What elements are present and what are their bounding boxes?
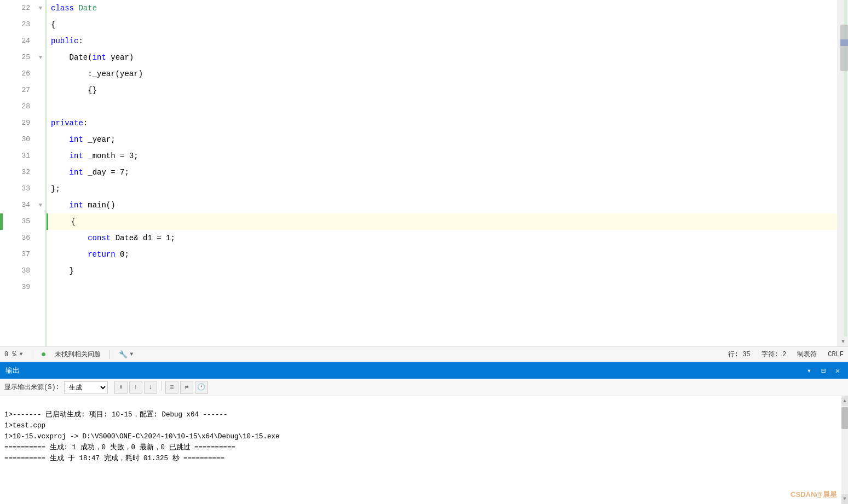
output-scroll-down[interactable]: ▼ (841, 494, 848, 504)
code-segment: main() (83, 197, 116, 213)
collapse-22[interactable]: ▼ (36, 0, 45, 16)
output-content[interactable]: 1>------- 已启动生成: 项目: 10-15，配置: Debug x64… (0, 396, 841, 504)
status-no-problems[interactable]: 未找到相关问题 (55, 350, 101, 359)
line-number-29: 29 (3, 115, 30, 131)
output-undock-btn[interactable]: ⊟ (818, 366, 828, 375)
code-segment: int (70, 164, 83, 181)
code-line-24[interactable]: public: (47, 33, 837, 49)
output-panel-header: 输出 ▾ ⊟ ✕ (0, 362, 848, 379)
line-number-23: 23 (3, 16, 30, 33)
output-close-btn[interactable]: ✕ (833, 366, 843, 375)
line-number-25: 25 (3, 49, 30, 66)
code-line-33[interactable]: }; (47, 181, 837, 197)
code-segment: Date (78, 0, 97, 16)
code-segment: year) (106, 49, 134, 66)
collapse-24 (36, 33, 45, 49)
code-segment: class (51, 0, 78, 16)
code-line-37[interactable]: return 0; (47, 246, 837, 263)
collapse-38 (36, 263, 45, 279)
code-line-26[interactable]: :_year(year) (47, 66, 837, 82)
code-segment: int (70, 197, 83, 213)
collapse-col: ▼▼▼ (36, 0, 45, 346)
code-segment: _year; (83, 131, 116, 148)
scroll-down-arrow[interactable]: ▼ (838, 337, 848, 346)
col-indicator: 字符: 2 (762, 350, 787, 359)
code-segment: int (93, 49, 106, 66)
output-filter-btn[interactable]: ≡ (165, 381, 178, 394)
code-line-38[interactable]: } (47, 263, 837, 279)
scroll-thumb[interactable] (840, 25, 848, 71)
output-scroll-top-btn[interactable]: ⬆ (114, 381, 128, 394)
output-toggle-btn[interactable]: ⇌ (180, 381, 193, 394)
collapse-39 (36, 279, 45, 296)
code-line-32[interactable]: int _day = 7; (47, 164, 837, 181)
collapse-31 (36, 148, 45, 164)
status-right: 行: 35 字符: 2 制表符 CRLF (728, 350, 844, 359)
code-segment: {} (51, 82, 97, 99)
output-header-controls: ▾ ⊟ ✕ (804, 366, 843, 375)
code-line-36[interactable]: const Date& d1 = 1; (47, 230, 837, 246)
code-line-30[interactable]: int _year; (47, 131, 837, 148)
output-line-2: 1>test.cpp (4, 420, 837, 431)
code-container: 222324252627282930313233343536373839 ▼▼▼… (0, 0, 848, 346)
output-clock-btn[interactable]: 🕐 (195, 381, 208, 394)
code-segment: int (70, 131, 83, 148)
output-scroll-next-btn[interactable]: ↓ (144, 381, 157, 394)
code-line-34[interactable]: int main() (47, 197, 837, 213)
line-number-31: 31 (3, 148, 30, 164)
action-dropdown[interactable]: ▼ (130, 351, 133, 357)
line-number-39: 39 (3, 279, 30, 296)
code-segment: } (51, 263, 74, 279)
code-segment: { (51, 16, 55, 33)
code-line-23[interactable]: { (47, 16, 837, 33)
scrollbar-minimap[interactable] (837, 0, 848, 346)
code-line-25[interactable]: Date(int year) (47, 49, 837, 66)
output-line-5: ========== 生成 于 18:47 完成，耗时 01.325 秒 ===… (4, 453, 837, 464)
code-segment (51, 230, 88, 246)
output-scroll-prev-btn[interactable]: ↑ (129, 381, 142, 394)
code-line-39[interactable] (47, 279, 837, 296)
output-line-3: 1>10-15.vcxproj -> D:\VS000\ONE-C\2024-1… (4, 431, 837, 442)
toolbar-sep1 (161, 381, 161, 391)
code-segment (51, 131, 70, 148)
line-number-33: 33 (3, 181, 30, 197)
status-icon-area: ● (41, 350, 47, 360)
line-number-35: 35 (3, 213, 30, 230)
code-segment (51, 197, 70, 213)
code-segment: : (78, 33, 83, 49)
code-segment (51, 164, 70, 181)
output-toolbar-buttons: ⬆ ↑ ↓ ≡ ⇌ 🕐 (114, 381, 208, 394)
collapse-25[interactable]: ▼ (36, 49, 45, 66)
line-number-22: 22 (3, 0, 30, 16)
collapse-35 (36, 213, 45, 230)
status-action-icon[interactable]: 🔧 ▼ (119, 350, 133, 359)
zoom-dropdown-icon[interactable]: ▼ (20, 351, 23, 357)
output-line-0 (4, 398, 837, 409)
code-line-35[interactable]: { (47, 213, 837, 230)
code-segment: Date( (51, 49, 93, 66)
collapse-34[interactable]: ▼ (36, 197, 45, 213)
code-line-31[interactable]: int _month = 3; (47, 148, 837, 164)
code-segment: return (88, 246, 115, 263)
code-segment: Date& d1 = 1; (111, 230, 175, 246)
output-pin-btn[interactable]: ▾ (804, 366, 814, 375)
action-icon: 🔧 (119, 350, 128, 359)
code-segment: :_year(year) (51, 66, 143, 82)
code-segment: _day = 7; (83, 164, 129, 181)
output-scroll-up[interactable]: ▲ (841, 396, 848, 406)
line-number-24: 24 (3, 33, 30, 49)
code-line-27[interactable]: {} (47, 82, 837, 99)
collapse-32 (36, 164, 45, 181)
code-line-22[interactable]: class Date (47, 0, 837, 16)
code-content[interactable]: class Date{public: Date(int year) :_year… (47, 0, 837, 346)
output-wrapper: 1>------- 已启动生成: 项目: 10-15，配置: Debug x64… (0, 396, 848, 504)
status-zoom[interactable]: 0 % ▼ (4, 351, 23, 358)
code-segment (51, 148, 70, 164)
code-line-29[interactable]: private: (47, 115, 837, 131)
code-segment: 0; (116, 246, 129, 263)
output-scroll-thumb[interactable] (841, 407, 848, 429)
code-line-28[interactable] (47, 99, 837, 115)
collapse-33 (36, 181, 45, 197)
output-scrollbar[interactable]: ▲ ▼ (841, 396, 848, 504)
output-source-select[interactable]: 生成 (64, 381, 108, 393)
